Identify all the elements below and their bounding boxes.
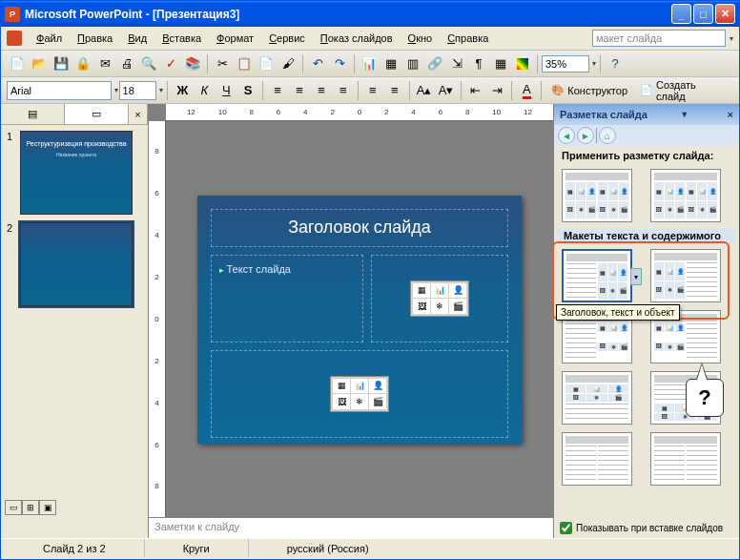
text-placeholder[interactable]: Текст слайда <box>211 255 363 342</box>
decrease-indent-button[interactable]: ⇤ <box>465 80 486 101</box>
bold-button[interactable]: Ж <box>172 80 193 101</box>
increase-indent-button[interactable]: ⇥ <box>486 80 507 101</box>
menu-bar: Файл Правка Вид Вставка Формат Сервис По… <box>1 27 739 51</box>
paste-button[interactable]: 📄 <box>256 53 277 74</box>
back-button[interactable]: ◄ <box>558 127 575 144</box>
slideshow-view-button[interactable]: ▣ <box>39 500 56 515</box>
copy-button[interactable]: 📋 <box>234 53 255 74</box>
home-button[interactable]: ⌂ <box>599 127 616 144</box>
menu-file[interactable]: Файл <box>30 31 69 46</box>
status-language[interactable]: русский (Россия) <box>248 539 407 557</box>
title-bar: P Microsoft PowerPoint - [Презентация3] … <box>1 1 739 27</box>
apply-layout-label: Применить разметку слайда: <box>554 146 739 165</box>
layout-item[interactable] <box>562 432 632 486</box>
slide[interactable]: Заголовок слайда Текст слайда ▦📊👤🖼❄🎬 ▦📊👤… <box>197 196 522 444</box>
menu-format[interactable]: Формат <box>210 31 260 46</box>
outline-tab[interactable]: ▤ <box>1 104 65 124</box>
undo-button[interactable]: ↶ <box>307 53 328 74</box>
workspace: ▤ ▭ × 1 Реструктуризация производстваНаз… <box>1 104 739 538</box>
normal-view-button[interactable]: ▭ <box>5 500 22 515</box>
menu-tools[interactable]: Сервис <box>262 31 312 46</box>
email-button[interactable]: ✉ <box>94 53 115 74</box>
decrease-font-button[interactable]: A▾ <box>436 80 457 101</box>
align-right-button[interactable]: ≡ <box>311 80 332 101</box>
content-placeholder-2[interactable]: ▦📊👤🖼❄🎬 <box>211 350 508 438</box>
menu-window[interactable]: Окно <box>401 31 440 46</box>
open-button[interactable]: 📂 <box>29 53 50 74</box>
format-painter-button[interactable]: 🖌 <box>278 53 298 74</box>
font-color-button[interactable]: A <box>516 80 537 101</box>
help-dropdown-icon[interactable]: ▾ <box>730 34 733 43</box>
research-button[interactable]: 📚 <box>182 53 203 74</box>
font-selector[interactable]: Arial <box>7 81 112 100</box>
layout-item[interactable]: ▦📊👤🖼❄🎬 <box>650 249 721 302</box>
zoom-dropdown-icon[interactable]: ▾ <box>592 59 596 68</box>
bullet-list-button[interactable]: ≡ <box>384 80 405 101</box>
designer-button[interactable]: 🎨 Конструктор <box>545 82 633 98</box>
layout-dropdown-icon[interactable]: ▾ <box>630 268 642 285</box>
table-button[interactable]: ▦ <box>380 53 401 74</box>
color-button[interactable] <box>512 53 533 74</box>
layout-item-selected[interactable]: ▦📊👤🖼❄🎬▾ <box>562 249 632 302</box>
permissions-button[interactable]: 🔒 <box>72 53 93 74</box>
content-placeholder-1[interactable]: ▦📊👤🖼❄🎬 <box>371 255 508 342</box>
preview-button[interactable]: 🔍 <box>138 53 159 74</box>
taskpane-close-button[interactable]: × <box>728 109 733 120</box>
align-left-button[interactable]: ≡ <box>267 80 288 101</box>
notes-pane[interactable]: Заметки к слайду <box>149 517 553 538</box>
new-slide-button[interactable]: 📄 Создать слайд <box>634 77 733 104</box>
layout-item[interactable]: ▦📊👤🖼❄🎬 <box>562 371 632 425</box>
show-on-insert-checkbox[interactable] <box>560 522 572 534</box>
layout-item[interactable]: ▦📊👤🖼❄🎬▦📊👤🖼❄🎬 <box>650 169 721 222</box>
italic-button[interactable]: К <box>194 80 215 101</box>
layout-item[interactable]: ▦📊👤🖼❄🎬▦📊👤🖼❄🎬 <box>562 169 632 222</box>
expand-button[interactable]: ⇲ <box>446 53 467 74</box>
title-placeholder[interactable]: Заголовок слайда <box>211 209 508 247</box>
align-center-button[interactable]: ≡ <box>289 80 310 101</box>
show-all-button[interactable]: ¶ <box>468 53 489 74</box>
menu-edit[interactable]: Правка <box>71 31 119 46</box>
hyperlink-button[interactable]: 🔗 <box>424 53 445 74</box>
layout-item[interactable] <box>650 432 721 486</box>
save-button[interactable]: 💾 <box>51 53 72 74</box>
redo-button[interactable]: ↷ <box>329 53 350 74</box>
taskpane-dropdown-icon[interactable]: ▼ <box>680 110 689 119</box>
maximize-button[interactable]: □ <box>693 4 713 24</box>
numbered-list-button[interactable]: ≡ <box>362 80 383 101</box>
print-button[interactable]: 🖨 <box>116 53 137 74</box>
formatting-toolbar: Arial ▾ 18 ▾ Ж К Ч S ≡ ≡ ≡ ≡ ≡ ≡ A▴ A▾ ⇤… <box>1 77 739 104</box>
zoom-box[interactable]: 35% <box>542 55 589 73</box>
font-size-selector[interactable]: 18 <box>119 81 157 100</box>
menu-insert[interactable]: Вставка <box>155 31 208 46</box>
menu-slideshow[interactable]: Показ слайдов <box>314 31 400 46</box>
underline-button[interactable]: Ч <box>216 80 236 101</box>
shadow-button[interactable]: S <box>237 80 258 101</box>
grid-button[interactable]: ▦ <box>490 53 511 74</box>
align-justify-button[interactable]: ≡ <box>333 80 354 101</box>
cut-button[interactable]: ✂ <box>212 53 233 74</box>
new-button[interactable]: 📄 <box>7 53 28 74</box>
sorter-view-button[interactable]: ⊞ <box>22 500 39 515</box>
status-slide: Слайд 2 из 2 <box>5 539 144 557</box>
close-tabs-button[interactable]: × <box>129 104 148 124</box>
minimize-button[interactable]: _ <box>671 4 691 24</box>
forward-button[interactable]: ► <box>577 127 594 144</box>
app-icon[interactable] <box>7 31 22 46</box>
help-button[interactable]: ? <box>605 53 626 74</box>
thumbnail-2[interactable]: 2 <box>7 222 142 306</box>
help-search-box[interactable]: макет слайда <box>592 30 726 47</box>
increase-font-button[interactable]: A▴ <box>414 80 435 101</box>
spellcheck-button[interactable]: ✓ <box>160 53 181 74</box>
slides-tab[interactable]: ▭ <box>65 104 129 124</box>
font-dropdown-icon[interactable]: ▾ <box>114 86 118 94</box>
menu-view[interactable]: Вид <box>121 31 154 46</box>
thumbnail-1[interactable]: 1 Реструктуризация производстваНазвание … <box>7 131 142 215</box>
horizontal-ruler: 12108642024681012 <box>166 104 553 121</box>
status-bar: Слайд 2 из 2 Круги русский (Россия) <box>1 538 739 557</box>
tables-button[interactable]: ▥ <box>402 53 423 74</box>
chart-button[interactable]: 📊 <box>359 53 380 74</box>
menu-help[interactable]: Справка <box>441 31 495 46</box>
size-dropdown-icon[interactable]: ▾ <box>159 86 163 94</box>
window-title: Microsoft PowerPoint - [Презентация3] <box>25 8 671 21</box>
close-button[interactable]: ✕ <box>715 4 735 24</box>
